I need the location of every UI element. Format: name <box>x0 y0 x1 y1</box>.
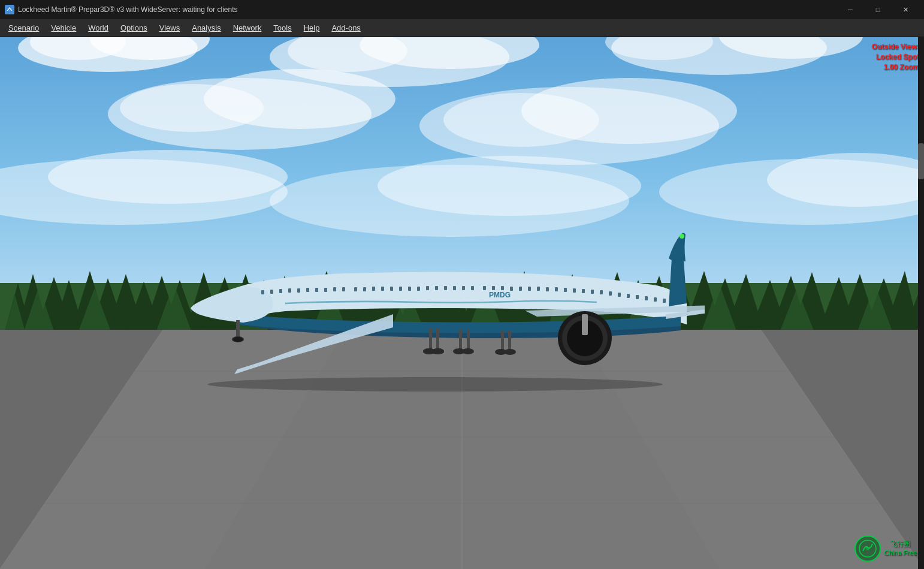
svg-rect-107 <box>408 287 411 291</box>
svg-rect-95 <box>297 288 300 293</box>
hud-view-label: Outside View: <box>872 42 919 52</box>
svg-rect-113 <box>462 286 465 290</box>
svg-rect-108 <box>417 287 420 291</box>
svg-rect-92 <box>270 290 273 294</box>
svg-point-1 <box>18 37 198 72</box>
svg-rect-102 <box>363 287 366 291</box>
menu-item-tools[interactable]: Tools <box>267 21 297 35</box>
svg-point-149 <box>432 348 444 354</box>
close-button[interactable]: ✕ <box>892 0 919 19</box>
svg-point-4 <box>270 37 509 87</box>
svg-rect-99 <box>333 287 336 291</box>
svg-rect-117 <box>501 286 504 290</box>
watermark-label: 飞行圈China Free <box>884 540 917 558</box>
svg-point-90 <box>207 377 663 392</box>
menu-item-vehicle[interactable]: Vehicle <box>45 21 82 35</box>
scrollbar-thumb[interactable] <box>918 143 924 179</box>
svg-rect-110 <box>435 286 438 290</box>
watermark-icon <box>854 535 881 562</box>
svg-point-2 <box>90 37 210 60</box>
window-controls[interactable]: ─ □ ✕ <box>837 0 919 19</box>
menu-item-network[interactable]: Network <box>227 21 268 35</box>
svg-rect-94 <box>288 288 291 293</box>
svg-rect-119 <box>519 287 522 291</box>
svg-rect-122 <box>546 287 549 291</box>
menu-item-scenario[interactable]: Scenario <box>2 21 45 35</box>
svg-point-16 <box>0 159 288 225</box>
svg-rect-123 <box>555 287 558 291</box>
svg-rect-116 <box>492 286 495 290</box>
svg-rect-127 <box>591 290 594 294</box>
svg-point-3 <box>30 37 126 60</box>
svg-rect-141 <box>236 320 240 338</box>
svg-rect-135 <box>663 299 666 303</box>
menu-item-addons[interactable]: Add-ons <box>325 21 366 35</box>
svg-rect-91 <box>261 290 264 294</box>
watermark: 飞行圈China Free <box>854 535 917 562</box>
svg-point-9 <box>605 37 713 60</box>
svg-rect-126 <box>582 289 585 293</box>
svg-rect-154 <box>459 329 462 350</box>
svg-point-10 <box>108 78 372 150</box>
menu-item-views[interactable]: Views <box>153 21 186 35</box>
svg-rect-106 <box>399 287 402 291</box>
maximize-button[interactable]: □ <box>864 0 892 19</box>
svg-rect-134 <box>654 297 657 302</box>
svg-point-140 <box>680 234 684 239</box>
clouds-layer <box>0 37 924 245</box>
svg-point-5 <box>360 37 539 69</box>
menu-item-analysis[interactable]: Analysis <box>186 21 227 35</box>
svg-rect-121 <box>537 287 540 291</box>
svg-rect-111 <box>444 286 447 290</box>
menu-item-help[interactable]: Help <box>298 21 326 35</box>
svg-rect-114 <box>471 286 474 290</box>
svg-rect-130 <box>618 293 621 297</box>
window-title: Lockheed Martin® Prepar3D® v3 with WideS… <box>18 5 837 14</box>
app-icon <box>5 5 14 14</box>
svg-rect-133 <box>645 296 648 300</box>
svg-point-19 <box>378 156 641 216</box>
svg-rect-144 <box>429 329 432 350</box>
svg-rect-125 <box>573 288 576 293</box>
svg-point-13 <box>419 87 719 165</box>
svg-point-11 <box>204 69 395 129</box>
svg-point-8 <box>719 37 863 59</box>
minimize-button[interactable]: ─ <box>837 0 864 19</box>
svg-rect-100 <box>342 287 345 291</box>
right-scrollbar[interactable] <box>918 37 924 569</box>
svg-point-12 <box>120 84 264 132</box>
svg-point-6 <box>288 37 407 72</box>
svg-point-157 <box>462 348 474 354</box>
svg-rect-112 <box>453 286 456 290</box>
svg-point-17 <box>48 150 288 204</box>
svg-rect-124 <box>564 288 567 292</box>
svg-rect-97 <box>315 288 318 292</box>
svg-rect-109 <box>426 286 429 290</box>
svg-rect-129 <box>609 291 612 296</box>
svg-rect-103 <box>372 287 375 291</box>
svg-point-14 <box>521 78 737 144</box>
svg-rect-139 <box>582 314 588 335</box>
svg-rect-132 <box>636 295 639 299</box>
aircraft-svg: PMDG ion <box>165 225 705 393</box>
svg-rect-115 <box>483 286 486 290</box>
svg-rect-93 <box>279 289 282 293</box>
svg-rect-105 <box>390 287 393 291</box>
menu-item-world[interactable]: World <box>82 21 114 35</box>
hud-zoom-level: 1.00 Zoom <box>872 62 919 73</box>
svg-text:PMDG: PMDG <box>489 291 511 299</box>
hud-view-type: Locked Spot <box>872 52 919 62</box>
hud-overlay: Outside View: Locked Spot 1.00 Zoom <box>872 42 919 72</box>
svg-rect-118 <box>510 287 513 291</box>
svg-point-161 <box>866 547 869 550</box>
svg-point-21 <box>767 153 924 207</box>
menu-item-options[interactable]: Options <box>114 21 153 35</box>
svg-rect-155 <box>467 329 470 350</box>
menu-bar: Scenario Vehicle World Options Views Ana… <box>0 19 924 37</box>
simulation-viewport[interactable]: PMDG ion Outside View: Locked Spot 1.00 … <box>0 37 924 569</box>
svg-rect-96 <box>306 288 309 292</box>
svg-rect-145 <box>436 329 439 350</box>
svg-rect-98 <box>324 288 327 292</box>
svg-point-15 <box>443 93 599 147</box>
svg-point-20 <box>659 159 924 225</box>
